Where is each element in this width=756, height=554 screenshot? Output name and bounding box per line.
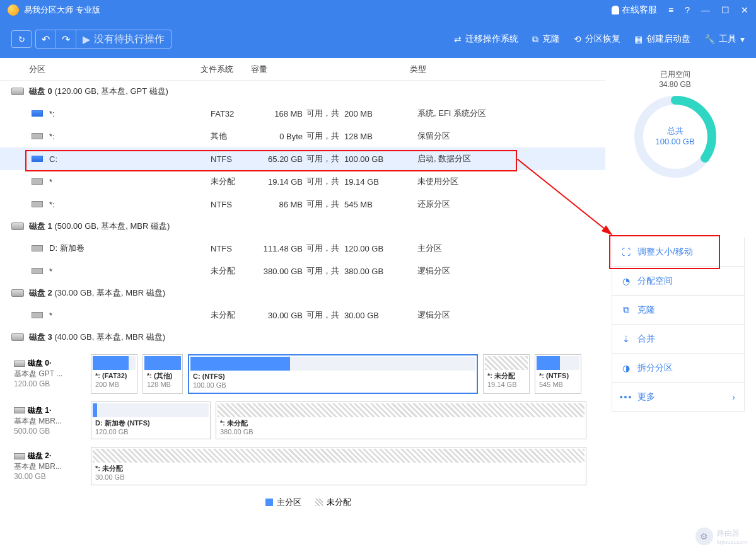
partition-name: *: [49, 311, 211, 320]
partition-row[interactable]: *未分配19.14 GB可用，共19.14 GB未使用分区: [0, 170, 605, 193]
maximize-icon[interactable]: ☐: [721, 5, 730, 15]
partition-name: D: 新加卷: [49, 243, 211, 254]
partition-total: 128 MB: [344, 132, 417, 141]
partition-total: 380.00 GB: [344, 267, 417, 276]
wrench-icon: 🔧: [704, 34, 715, 44]
undo-group: ↶ ↷ ▶没有待执行操作: [35, 30, 172, 49]
partition-fs: NTFS: [211, 154, 261, 164]
legend: 主分区 未分配: [11, 493, 594, 512]
disk-strip-label[interactable]: 磁盘 0·基本盘 GPT ...120.00 GB: [11, 354, 86, 394]
minimize-icon[interactable]: —: [701, 5, 710, 15]
disk-icon: [11, 222, 24, 230]
partition-icon: [32, 312, 43, 318]
swap-icon: ⇄: [454, 34, 462, 44]
menu-icon[interactable]: ≡: [668, 5, 673, 15]
disk-segment[interactable]: *: (NTFS)545 MB: [535, 354, 581, 394]
capacity-label: 可用，共: [306, 199, 344, 210]
redo-button[interactable]: ↷: [56, 30, 76, 48]
disk-strip-label[interactable]: 磁盘 1·基本盘 MBR...500.00 GB: [11, 401, 86, 440]
col-capacity[interactable]: 容量: [251, 64, 410, 75]
partition-type: 还原分区: [417, 199, 450, 210]
partition-fs: NTFS: [211, 244, 261, 253]
partition-used: 86 MB: [261, 200, 306, 209]
partition-name: *: [49, 177, 211, 187]
help-icon[interactable]: ?: [685, 5, 690, 15]
pie-icon: ◑: [621, 363, 631, 373]
dots-icon: •••: [621, 392, 631, 402]
disk-segment[interactable]: *: (其他)128 MB: [142, 354, 183, 394]
capacity-label: 可用，共: [306, 153, 344, 164]
disk-segment[interactable]: *: 未分配30.00 GB: [91, 447, 586, 485]
partition-row[interactable]: *:FAT32168 MB可用，共200 MB系统, EFI 系统分区: [0, 102, 605, 125]
partition-row[interactable]: C:NTFS65.20 GB可用，共100.00 GB启动, 数据分区: [0, 147, 605, 170]
partition-row[interactable]: *未分配30.00 GB可用，共30.00 GB逻辑分区: [0, 304, 605, 326]
capacity-label: 可用，共: [306, 130, 344, 142]
partition-row[interactable]: *:其他0 Byte可用，共128 MB保留分区: [0, 125, 605, 147]
partition-type: 启动, 数据分区: [417, 153, 471, 164]
action-merge[interactable]: ⇣ 合并: [612, 325, 745, 354]
partition-fs: 其他: [211, 130, 261, 142]
disk-icon: [14, 407, 25, 413]
router-icon: ⚙: [695, 528, 713, 545]
disk-icon: [14, 453, 25, 459]
undo-button[interactable]: ↶: [36, 30, 56, 48]
action-more[interactable]: •••更多 ›: [612, 383, 745, 412]
partition-row[interactable]: *未分配380.00 GB可用，共380.00 GB逻辑分区: [0, 260, 605, 282]
action-resize[interactable]: ⛶ 调整大小/移动: [612, 238, 745, 267]
pie-icon: ◔: [621, 276, 631, 286]
partition-used: 19.14 GB: [261, 177, 306, 187]
partition-name: *:: [49, 132, 211, 141]
tools-button[interactable]: 🔧工具 ▾: [704, 33, 745, 45]
partition-type: 逻辑分区: [417, 265, 450, 277]
partition-row[interactable]: D: 新加卷NTFS111.48 GB可用，共120.00 GB主分区: [0, 237, 605, 260]
disk-icon: [14, 361, 25, 367]
disk-segment[interactable]: *: (FAT32)200 MB: [91, 354, 137, 394]
partition-total: 19.14 GB: [344, 177, 417, 187]
partition-type: 系统, EFI 系统分区: [417, 108, 486, 119]
partition-icon: [32, 110, 43, 117]
migrate-os-button[interactable]: ⇄迁移操作系统: [454, 33, 518, 45]
online-support-button[interactable]: 在线客服: [612, 4, 657, 16]
disk-strip-label[interactable]: 磁盘 2·基本盘 MBR...30.00 GB: [11, 447, 86, 485]
legend-primary-swatch: [265, 499, 273, 506]
disk-row[interactable]: 磁盘 1 (500.00 GB, 基本盘, MBR 磁盘): [0, 216, 605, 237]
disk-segment[interactable]: C: (NTFS)100.00 GB: [188, 354, 478, 394]
disk-segment[interactable]: *: 未分配19.14 GB: [483, 354, 530, 394]
disk-row[interactable]: 磁盘 0 (120.00 GB, 基本盘, GPT 磁盘): [0, 81, 605, 102]
grid-icon: ▦: [634, 34, 643, 44]
partition-name: C:: [49, 154, 211, 164]
column-headers: 分区 文件系统 容量 类型: [0, 58, 605, 81]
partition-used: 30.00 GB: [261, 311, 306, 320]
chevron-right-icon: ›: [732, 392, 735, 402]
partition-fs: 未分配: [211, 265, 261, 277]
partition-recovery-button[interactable]: ⟲分区恢复: [574, 33, 620, 45]
action-allocate[interactable]: ◔ 分配空间: [612, 267, 745, 296]
action-split[interactable]: ◑ 拆分分区: [612, 354, 745, 383]
close-icon[interactable]: ✕: [741, 5, 748, 15]
partition-total: 545 MB: [344, 200, 417, 209]
col-filesystem[interactable]: 文件系统: [201, 64, 251, 75]
partition-fs: 未分配: [211, 309, 261, 321]
pending-ops[interactable]: ▶没有待执行操作: [76, 30, 171, 48]
usage-gauge: 已用空间 34.80 GB 总共100.00 GB: [605, 64, 745, 181]
create-boot-disk-button[interactable]: ▦创建启动盘: [634, 33, 690, 45]
refresh-button[interactable]: ↻: [11, 30, 32, 48]
partition-total: 200 MB: [344, 109, 417, 118]
action-clone[interactable]: ⧉ 克隆: [612, 296, 745, 325]
copy-icon: ⧉: [532, 34, 538, 45]
merge-icon: ⇣: [621, 334, 631, 344]
right-panel: 已用空间 34.80 GB 总共100.00 GB ⛶ 调整大小/移动 ◔ 分配…: [605, 58, 756, 554]
partition-used: 65.20 GB: [261, 154, 306, 164]
disk-icon: [11, 289, 24, 297]
disk-segment[interactable]: *: 未分配380.00 GB: [216, 401, 586, 440]
clone-button[interactable]: ⧉克隆: [532, 33, 560, 45]
actions-panel: ⛶ 调整大小/移动 ◔ 分配空间 ⧉ 克隆 ⇣ 合并 ◑ 拆分分区 •••更多 …: [605, 238, 745, 412]
disk-segment[interactable]: D: 新加卷 (NTFS)120.00 GB: [91, 401, 211, 440]
col-type[interactable]: 类型: [410, 64, 605, 75]
legend-unalloc-swatch: [315, 499, 323, 506]
col-partition[interactable]: 分区: [29, 64, 201, 75]
titlebar: 易我分区大师 专业版 在线客服 ≡ ? — ☐ ✕: [0, 0, 756, 20]
partition-row[interactable]: *:NTFS86 MB可用，共545 MB还原分区: [0, 193, 605, 216]
disk-row[interactable]: 磁盘 2 (30.00 GB, 基本盘, MBR 磁盘): [0, 282, 605, 304]
disk-row[interactable]: 磁盘 3 (40.00 GB, 基本盘, MBR 磁盘): [0, 326, 605, 348]
